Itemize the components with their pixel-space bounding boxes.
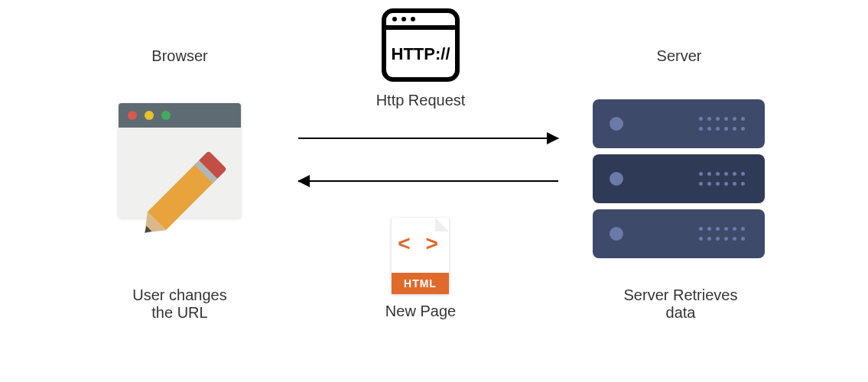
server-light-icon xyxy=(610,117,623,131)
request-arrow-icon xyxy=(298,138,558,139)
server-light-icon xyxy=(610,227,623,241)
server-title: Server xyxy=(633,47,725,65)
traffic-light-max-icon xyxy=(161,111,171,120)
svg-point-2 xyxy=(392,17,397,21)
html-band-text: HTML xyxy=(392,273,449,294)
traffic-light-close-icon xyxy=(128,111,137,120)
server-vents-icon xyxy=(699,172,745,186)
browser-title: Browser xyxy=(134,47,226,65)
traffic-light-min-icon xyxy=(145,111,154,120)
html-code-symbols: < > xyxy=(392,231,449,256)
server-unit xyxy=(593,154,765,203)
server-stack-icon xyxy=(593,99,765,264)
http-request-label: Http Request xyxy=(375,92,467,109)
browser-caption: User changes the URL xyxy=(119,286,241,322)
browser-caption-line2: the URL xyxy=(151,304,207,321)
server-vents-icon xyxy=(699,117,745,131)
svg-point-4 xyxy=(411,17,415,21)
server-caption-line2: data xyxy=(666,304,696,321)
server-light-icon xyxy=(610,172,623,186)
server-unit xyxy=(593,99,765,148)
new-page-label: New Page xyxy=(375,303,467,320)
server-caption-line1: Server Retrieves xyxy=(624,286,738,303)
html-file-icon: < > HTML xyxy=(392,218,449,294)
response-arrow-icon xyxy=(298,180,558,182)
server-caption: Server Retrieves data xyxy=(616,286,746,322)
server-vents-icon xyxy=(699,227,745,241)
svg-point-3 xyxy=(401,17,406,21)
http-text: HTTP:// xyxy=(392,44,450,63)
browser-titlebar xyxy=(119,103,241,128)
server-unit xyxy=(593,209,765,258)
http-icon: HTTP:// xyxy=(375,6,467,86)
browser-caption-line1: User changes xyxy=(132,286,226,303)
